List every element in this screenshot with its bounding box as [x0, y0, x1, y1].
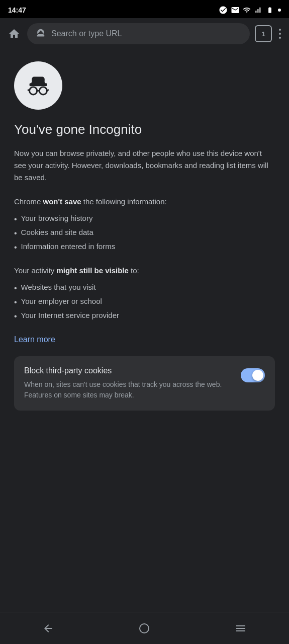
menu-dot-2: [279, 33, 281, 35]
status-time: 14:47: [8, 6, 26, 14]
email-icon: [231, 6, 240, 15]
cookie-description: When on, sites can't use cookies that tr…: [24, 379, 233, 400]
might-visible-text: Your activity might still be visible to:: [14, 265, 275, 277]
cookie-toggle[interactable]: [241, 368, 265, 382]
cookie-toggle-container[interactable]: [241, 368, 265, 382]
wont-save-list: Your browsing history Cookies and site d…: [14, 212, 275, 255]
svg-line-9: [47, 90, 48, 91]
svg-rect-4: [32, 77, 45, 84]
incognito-logo: [14, 61, 62, 110]
list-item: Your Internet service provider: [14, 309, 275, 323]
svg-point-1: [42, 34, 43, 36]
cookie-card-content: Block third-party cookies When on, sites…: [24, 366, 233, 400]
cookie-title: Block third-party cookies: [24, 366, 233, 375]
signal-icon: [243, 6, 251, 14]
menu-button[interactable]: [277, 27, 283, 41]
home-nav-button[interactable]: [126, 618, 162, 638]
list-item: Information entered in forms: [14, 240, 275, 254]
search-input-placeholder[interactable]: Search or type URL: [51, 29, 242, 38]
back-button[interactable]: [30, 618, 66, 638]
cell-signal-icon: [254, 6, 262, 14]
svg-line-8: [28, 90, 29, 91]
menu-nav-button[interactable]: [223, 618, 259, 638]
svg-point-6: [39, 87, 47, 95]
browser-toolbar: Search or type URL 1: [0, 18, 289, 49]
toggle-thumb: [252, 370, 263, 381]
main-content: You've gone Incognito Now you can browse…: [0, 49, 289, 475]
svg-point-10: [140, 624, 149, 633]
list-item: Websites that you visit: [14, 281, 275, 295]
nav-bar: [0, 612, 289, 644]
status-bar: 14:47: [0, 0, 289, 18]
status-icons: [219, 6, 281, 15]
svg-point-0: [38, 34, 40, 36]
tab-count-button[interactable]: 1: [255, 25, 272, 42]
cookie-card: Block third-party cookies When on, sites…: [14, 356, 275, 411]
cookie-card-header: Block third-party cookies When on, sites…: [24, 366, 265, 400]
notification-dot: [278, 9, 281, 12]
list-item: Cookies and site data: [14, 226, 275, 240]
menu-dot-1: [279, 29, 281, 31]
list-item: Your employer or school: [14, 295, 275, 309]
list-item: Your browsing history: [14, 212, 275, 226]
learn-more-link[interactable]: Learn more: [14, 335, 55, 344]
incognito-icon-small: [35, 28, 46, 39]
toggle-track: [241, 368, 265, 382]
svg-point-5: [30, 87, 37, 95]
menu-dot-3: [279, 37, 281, 39]
battery-icon: [265, 7, 275, 14]
home-button[interactable]: [6, 26, 22, 42]
search-bar[interactable]: Search or type URL: [27, 23, 250, 44]
might-visible-list: Websites that you visit Your employer or…: [14, 281, 275, 324]
page-title: You've gone Incognito: [14, 122, 275, 137]
intro-text: Now you can browse privately, and other …: [14, 147, 275, 184]
wont-save-text: Chrome won't save the following informat…: [14, 196, 275, 208]
check-circle-icon: [219, 6, 228, 15]
